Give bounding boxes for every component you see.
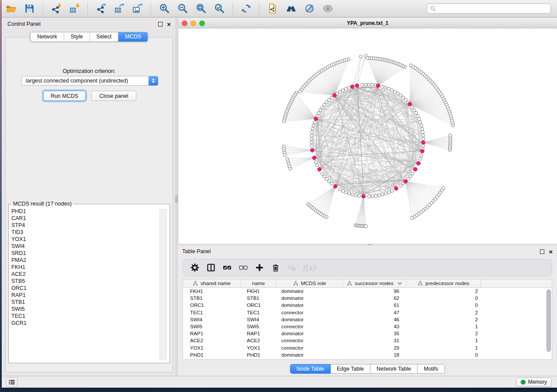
- float-panel-icon[interactable]: [158, 22, 163, 27]
- network-node[interactable]: [341, 189, 344, 193]
- network-node[interactable]: [422, 137, 425, 140]
- network-hub-node[interactable]: [314, 117, 318, 121]
- close-panel-button[interactable]: Close panel: [91, 91, 136, 101]
- network-node[interactable]: [325, 216, 328, 219]
- mcds-result-item[interactable]: STP4: [10, 222, 159, 229]
- tab-node-table[interactable]: Node Table: [290, 364, 331, 374]
- network-node[interactable]: [357, 194, 360, 197]
- create-column-button[interactable]: [254, 262, 265, 273]
- network-node[interactable]: [317, 112, 320, 115]
- tab-network-table[interactable]: Network Table: [370, 364, 418, 374]
- network-node[interactable]: [413, 109, 416, 112]
- network-node[interactable]: [338, 90, 341, 93]
- column-header-MCDS-role[interactable]: MCDS role: [277, 279, 343, 287]
- network-node[interactable]: [411, 172, 414, 175]
- function-builder-button[interactable]: f(x): [302, 262, 316, 273]
- table-row[interactable]: SWI5SWI5connector431: [183, 323, 552, 330]
- column-header-successor-nodes[interactable]: successor nodes: [343, 279, 406, 287]
- network-node[interactable]: [420, 124, 423, 127]
- column-header-predecessor-nodes[interactable]: predecessor nodes: [406, 279, 481, 287]
- network-node[interactable]: [377, 193, 381, 196]
- table-row[interactable]: YOX1YOX1connector291: [183, 344, 552, 351]
- export-image-button[interactable]: [131, 2, 145, 16]
- share-network-button[interactable]: [266, 2, 280, 16]
- network-hub-node[interactable]: [318, 168, 322, 172]
- tab-select[interactable]: Select: [90, 32, 119, 41]
- mcds-result-item[interactable]: SWI5: [10, 306, 159, 313]
- zoom-out-button[interactable]: [176, 2, 190, 16]
- network-node[interactable]: [341, 89, 344, 92]
- mcds-result-item[interactable]: RAP1: [10, 292, 159, 299]
- network-node[interactable]: [311, 131, 314, 134]
- import-network-from-file-button[interactable]: [49, 2, 63, 16]
- table-row[interactable]: STB1STB1dominator620: [183, 295, 552, 302]
- mcds-result-list[interactable]: PHD1CAR1STP4TID3YOX1SWI4SRD1PMA2FKH1ACE2…: [10, 208, 159, 361]
- network-node[interactable]: [415, 111, 418, 114]
- table-row[interactable]: RAP1RAP1dominator352: [183, 330, 552, 337]
- network-node[interactable]: [289, 167, 292, 170]
- table-row[interactable]: ACE2ACE2connector311: [183, 337, 552, 344]
- network-node[interactable]: [364, 83, 367, 86]
- delete-table-button[interactable]: [286, 262, 298, 273]
- network-node[interactable]: [354, 194, 357, 197]
- network-node[interactable]: [387, 191, 390, 194]
- network-node[interactable]: [351, 193, 354, 196]
- maximize-window-icon[interactable]: [199, 21, 205, 26]
- network-hub-node[interactable]: [333, 185, 337, 189]
- zoom-in-button[interactable]: [157, 2, 171, 16]
- mcds-result-item[interactable]: GCR1: [10, 320, 159, 327]
- network-hub-node[interactable]: [417, 162, 421, 165]
- mcds-result-item[interactable]: ORC1: [10, 285, 159, 292]
- find-binoculars-button[interactable]: [284, 2, 298, 16]
- mcds-result-item[interactable]: STB5: [10, 278, 159, 285]
- close-table-panel-icon[interactable]: ×: [549, 248, 553, 255]
- minimize-window-icon[interactable]: [190, 21, 196, 26]
- mcds-result-item[interactable]: TEC1: [10, 313, 159, 320]
- network-node[interactable]: [374, 194, 377, 197]
- network-node[interactable]: [416, 114, 419, 117]
- table-row[interactable]: ORC1ORC1dominator610: [183, 302, 552, 309]
- network-node[interactable]: [345, 191, 348, 194]
- network-hub-node[interactable]: [355, 84, 359, 88]
- network-node[interactable]: [367, 83, 370, 86]
- search-box[interactable]: [427, 3, 551, 14]
- network-hub-node[interactable]: [394, 186, 398, 190]
- network-node[interactable]: [367, 195, 370, 198]
- table-scrollbar[interactable]: [547, 289, 551, 352]
- network-hub-node[interactable]: [312, 156, 316, 160]
- network-node[interactable]: [390, 89, 393, 92]
- network-node[interactable]: [387, 87, 390, 90]
- network-node[interactable]: [421, 131, 424, 134]
- network-node[interactable]: [339, 188, 342, 191]
- network-node[interactable]: [283, 154, 286, 157]
- network-node[interactable]: [310, 138, 313, 141]
- network-node[interactable]: [381, 85, 384, 88]
- zoom-selected-button[interactable]: [212, 2, 226, 16]
- table-row[interactable]: TEC1TEC1connector472: [183, 309, 552, 316]
- network-node[interactable]: [393, 90, 396, 93]
- select-all-button[interactable]: [221, 262, 233, 273]
- network-node[interactable]: [310, 144, 313, 147]
- network-node[interactable]: [348, 192, 351, 195]
- deselect-all-button[interactable]: [238, 262, 249, 273]
- network-node[interactable]: [310, 141, 313, 144]
- network-node[interactable]: [312, 124, 315, 127]
- network-hub-node[interactable]: [420, 149, 424, 153]
- network-node[interactable]: [313, 121, 316, 124]
- mcds-list-scrollbar[interactable]: [159, 209, 166, 360]
- network-hub-node[interactable]: [376, 84, 380, 88]
- network-node[interactable]: [411, 106, 414, 109]
- network-node[interactable]: [418, 117, 421, 120]
- close-window-icon[interactable]: [182, 21, 187, 26]
- network-node[interactable]: [384, 192, 387, 195]
- network-hub-node[interactable]: [332, 93, 336, 97]
- show-columns-button[interactable]: [205, 262, 217, 273]
- network-node[interactable]: [359, 55, 362, 58]
- network-node[interactable]: [371, 195, 374, 198]
- network-node[interactable]: [364, 224, 367, 227]
- network-hub-node[interactable]: [350, 85, 354, 89]
- column-header-name[interactable]: name: [241, 279, 277, 287]
- close-panel-icon[interactable]: ×: [167, 21, 171, 28]
- network-node[interactable]: [311, 127, 314, 131]
- network-hub-node[interactable]: [413, 168, 417, 172]
